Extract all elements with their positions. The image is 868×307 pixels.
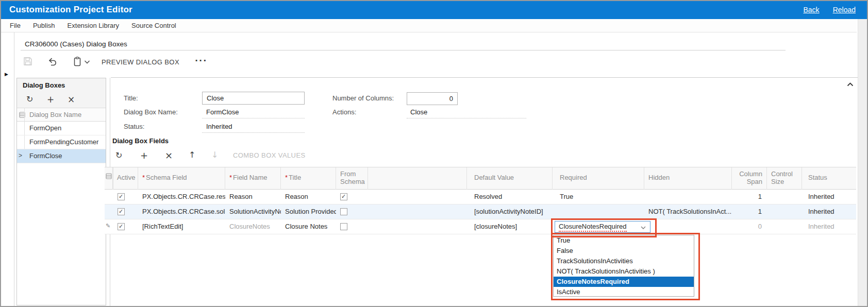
fields-delete-row-icon[interactable]: × bbox=[165, 150, 173, 161]
dialog-box-fields-grid: Active *Schema Field *Field Name *Title … bbox=[105, 167, 856, 235]
combo-chevron-down-icon[interactable] bbox=[641, 226, 646, 229]
cell-field-name[interactable]: Reason bbox=[225, 190, 281, 204]
cell-default-value[interactable]: [closureNotes] bbox=[467, 219, 553, 234]
title-field-input[interactable] bbox=[202, 92, 305, 105]
undo-icon[interactable] bbox=[47, 57, 58, 66]
dialog-box-name-label: Dialog Box Name bbox=[29, 111, 81, 118]
add-row-icon[interactable]: + bbox=[47, 94, 54, 105]
cell-status[interactable]: Inherited bbox=[802, 204, 856, 219]
navigation-collapse-strip: ▶ bbox=[1, 32, 14, 306]
dialog-box-row-formpendingcustomer[interactable]: FormPendingCustomer bbox=[17, 135, 106, 149]
cell-field-name[interactable]: ClosureNotes bbox=[225, 219, 281, 234]
chevron-down-icon[interactable] bbox=[84, 60, 90, 64]
refresh-icon[interactable]: ↻ bbox=[26, 94, 33, 104]
move-row-up-icon[interactable]: ↑ bbox=[189, 150, 195, 160]
dialog-box-name: FormPendingCustomer bbox=[29, 138, 98, 146]
combo-box-values-button: COMBO BOX VALUES bbox=[233, 151, 306, 159]
status-underline bbox=[202, 132, 305, 133]
cell-status[interactable]: Inherited bbox=[802, 219, 856, 234]
dialog-boxes-panel-header: Dialog Boxes bbox=[17, 78, 106, 92]
reload-link[interactable]: Reload bbox=[833, 6, 856, 14]
cell-title[interactable]: Solution Provided In bbox=[281, 204, 336, 219]
cell-required[interactable]: True bbox=[553, 190, 644, 204]
cell-column-span[interactable]: 1 bbox=[732, 204, 767, 219]
dropdown-option-isactive[interactable]: IsActive bbox=[554, 287, 694, 297]
cell-default-value[interactable]: Resolved bbox=[467, 190, 553, 204]
dropdown-option-true[interactable]: True bbox=[554, 235, 694, 246]
dialog-box-row-formopen[interactable]: FormOpen bbox=[17, 122, 106, 135]
dropdown-option-not-tracksolutions[interactable]: NOT( TrackSolutionsInActivities ) bbox=[554, 266, 694, 277]
menu-source-control[interactable]: Source Control bbox=[131, 22, 176, 29]
cell-schema-field[interactable]: [RichTextEdit] bbox=[138, 219, 225, 234]
header-schema-field[interactable]: *Schema Field bbox=[138, 167, 225, 190]
title-field-label: Title: bbox=[124, 94, 138, 102]
fields-add-row-icon[interactable]: + bbox=[140, 150, 148, 161]
header-active[interactable]: Active bbox=[113, 167, 138, 190]
collapse-panel-chevron-icon[interactable] bbox=[847, 82, 854, 87]
dialog-boxes-toolbar: ↻ + × bbox=[17, 92, 106, 108]
customization-project-editor-window: Customization Project Editor Back Reload… bbox=[0, 0, 868, 307]
back-link[interactable]: Back bbox=[804, 6, 820, 14]
cell-default-value[interactable]: [solutionActivityNoteID] bbox=[467, 204, 553, 219]
field-row-closure-notes-editing[interactable]: ✎ [RichTextEdit] ClosureNotes Closure No… bbox=[105, 219, 856, 234]
dropdown-option-false[interactable]: False bbox=[554, 246, 694, 256]
dialog-box-name: FormClose bbox=[29, 152, 62, 160]
title-bar-links: Back Reload bbox=[804, 0, 856, 19]
header-title[interactable]: *Title bbox=[281, 167, 336, 190]
cell-schema-field[interactable]: PX.Objects.CR.CRCase.solutionAct... bbox=[138, 204, 225, 219]
selected-row-pointer-icon: > bbox=[19, 152, 22, 159]
dialog-box-row-formclose-selected[interactable]: > FormClose bbox=[17, 149, 106, 163]
delete-row-icon[interactable]: × bbox=[68, 94, 75, 105]
cell-column-span[interactable]: 0 bbox=[732, 219, 767, 234]
window-border bbox=[0, 0, 868, 307]
from-schema-checkbox[interactable] bbox=[340, 193, 347, 200]
cell-title[interactable]: Reason bbox=[281, 190, 336, 204]
vertical-scrollbar[interactable] bbox=[858, 19, 867, 306]
dialog-boxes-panel-title: Dialog Boxes bbox=[23, 81, 65, 89]
dialog-boxes-panel: Dialog Boxes ↻ + × Dialog Box Name FormO… bbox=[16, 78, 106, 305]
field-row-resolution[interactable]: PX.Objects.CR.CRCase.resolution Reason R… bbox=[105, 190, 856, 204]
dropdown-option-tracksolutions[interactable]: TrackSolutionsInActivities bbox=[554, 256, 694, 266]
dropdown-option-closurenotesrequired-selected[interactable]: ClosureNotesRequired bbox=[554, 277, 694, 287]
menu-extension-library[interactable]: Extension Library bbox=[68, 22, 119, 29]
cell-schema-field[interactable]: PX.Objects.CR.CRCase.resolution bbox=[138, 190, 225, 204]
required-combo-value: ClosureNotesRequired bbox=[559, 223, 627, 232]
required-combo-box[interactable]: ClosureNotesRequired bbox=[555, 221, 650, 233]
fields-refresh-icon[interactable]: ↻ bbox=[115, 150, 122, 160]
actions-underline bbox=[407, 118, 526, 118]
cell-status[interactable]: Inherited bbox=[802, 190, 856, 204]
menu-publish[interactable]: Publish bbox=[33, 22, 55, 29]
field-row-solution-activity[interactable]: PX.Objects.CR.CRCase.solutionAct... Solu… bbox=[105, 204, 856, 219]
ellipsis-icon[interactable]: ··· bbox=[195, 56, 207, 65]
active-checkbox[interactable] bbox=[118, 193, 125, 200]
header-required[interactable]: Required bbox=[553, 167, 644, 190]
header-column-span[interactable]: Column Span bbox=[732, 167, 767, 190]
menu-file[interactable]: File bbox=[10, 22, 21, 29]
header-default-value[interactable]: Default Value bbox=[467, 167, 553, 190]
cell-hidden[interactable]: NOT( TrackSolutionsInAct... bbox=[644, 204, 732, 219]
clipboard-icon[interactable] bbox=[72, 56, 82, 67]
active-checkbox[interactable] bbox=[118, 208, 125, 215]
cell-column-span[interactable]: 1 bbox=[732, 190, 767, 204]
cell-field-name[interactable]: SolutionActivityNoteID bbox=[225, 204, 281, 219]
from-schema-checkbox[interactable] bbox=[340, 223, 347, 230]
header-field-name[interactable]: *Field Name bbox=[225, 167, 281, 190]
header-from-schema[interactable]: From Schema bbox=[336, 167, 368, 190]
grid-settings-icon[interactable] bbox=[106, 173, 112, 179]
dialog-box-name: FormOpen bbox=[29, 124, 61, 132]
active-checkbox[interactable] bbox=[118, 223, 125, 230]
header-control-size[interactable]: Control Size bbox=[767, 167, 802, 190]
title-bar: Customization Project Editor Back Reload bbox=[0, 0, 868, 19]
from-schema-checkbox[interactable] bbox=[340, 208, 347, 215]
cell-title[interactable]: Closure Notes bbox=[281, 219, 336, 234]
number-of-columns-input[interactable] bbox=[407, 92, 458, 105]
page-title: Customization Project Editor bbox=[0, 5, 132, 15]
preview-dialog-box-button[interactable]: PREVIEW DIALOG BOX bbox=[102, 58, 179, 66]
header-status[interactable]: Status bbox=[802, 167, 856, 190]
header-hidden[interactable]: Hidden bbox=[644, 167, 732, 190]
expand-panel-icon[interactable]: ▶ bbox=[5, 72, 8, 77]
breadcrumb[interactable]: CR306000 (Cases) Dialog Boxes bbox=[25, 40, 127, 48]
dialog-box-name-field-value: FormClose bbox=[206, 108, 239, 116]
required-asterisk: * bbox=[229, 174, 232, 181]
move-row-down-icon: ↓ bbox=[211, 150, 218, 160]
